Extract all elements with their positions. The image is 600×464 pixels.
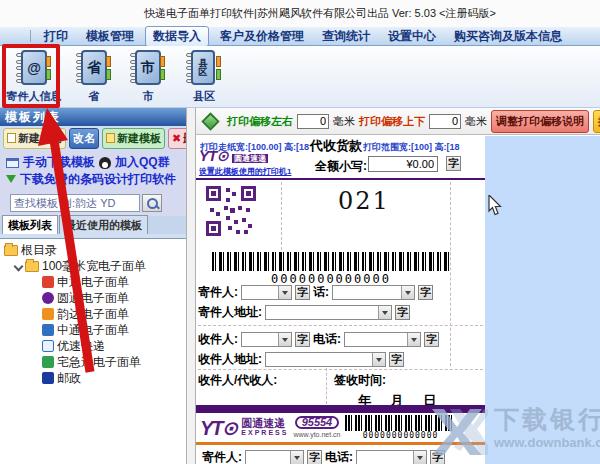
tab-template-list[interactable]: 模板列表: [2, 215, 58, 234]
sto-icon: [42, 276, 54, 288]
template-panel: 模板列表 新建类别 改名 新建模板 ✖删除 手动下载模板 加入QQ群 下载免费的…: [0, 108, 186, 464]
downbank-x-logo: [430, 405, 488, 457]
menu-item-data-import[interactable]: 数据导入: [145, 26, 209, 47]
dropdown-arrow-icon: [372, 353, 385, 366]
city-label: 市: [143, 89, 154, 104]
zone-code: 021: [338, 187, 390, 215]
panel-title: 模板列表: [0, 108, 186, 126]
tree-item-yto[interactable]: 圆通电子面单: [4, 290, 186, 306]
menu-item-purchase-info[interactable]: 购买咨询及版本信息: [447, 27, 569, 46]
diamond-icon: [201, 112, 219, 130]
tree-item-root[interactable]: 根目录: [4, 242, 186, 258]
char-button[interactable]: 字: [418, 285, 433, 300]
amount-input[interactable]: [368, 156, 438, 172]
new-template-button[interactable]: 新建模板: [102, 128, 165, 149]
expander-icon[interactable]: [14, 262, 22, 270]
sender-row: 寄件人: 字 话: 字: [198, 284, 433, 301]
province-book-icon: 省: [74, 49, 114, 87]
sender-combo[interactable]: [241, 285, 292, 300]
join-qq-link[interactable]: 加入QQ群: [115, 154, 170, 171]
tree-item-100mm[interactable]: 100毫米宽电子面单: [4, 258, 186, 274]
yunda-icon: [42, 308, 54, 320]
sender-phone-combo[interactable]: [332, 285, 415, 300]
yto-logo-icon: YT⊙: [200, 416, 236, 440]
dropdown-arrow-icon: [278, 333, 291, 346]
page-icon: [7, 133, 16, 143]
char-button[interactable]: 字: [424, 332, 439, 347]
adjust-offset-help-button[interactable]: 调整打印偏移说明: [491, 110, 589, 133]
purple-divider: [196, 178, 485, 180]
menu-item-settings[interactable]: 设置中心: [381, 27, 443, 46]
template-search-input[interactable]: [10, 194, 140, 212]
stub-sender-combo[interactable]: [245, 450, 304, 464]
tree-item-uc-express[interactable]: 优速快递: [4, 338, 186, 354]
dropdown-arrow-icon: [413, 451, 426, 464]
folder-icon: [4, 245, 18, 256]
menu-item-template-mgmt[interactable]: 模板管理: [79, 27, 141, 46]
new-category-button[interactable]: 新建类别: [3, 128, 66, 149]
receiver-row: 收件人: 字 电话: 字: [198, 331, 439, 348]
yto-logo-small: YT⊙ 圆通速递 设置此模板使用的打印机1: [199, 147, 291, 177]
receiver-combo[interactable]: [241, 332, 292, 347]
sender-addr-row: 寄件人地址: 字: [198, 304, 410, 321]
menu-item-print[interactable]: 打印: [37, 27, 75, 46]
district-book-icon: 县区: [184, 49, 224, 87]
delete-x-icon: ✖: [172, 132, 181, 145]
stub-sender-row: 寄件人: 字 电话: 字: [202, 449, 445, 464]
panel-button-row: 新建类别 改名 新建模板 ✖删除: [0, 126, 186, 150]
province-label: 省: [89, 89, 100, 104]
tree-item-yunda[interactable]: 韵达电子面单: [4, 306, 186, 322]
tree-item-zto[interactable]: 中通电子面单: [4, 322, 186, 338]
menu-item-query-stats[interactable]: 查询统计: [315, 27, 377, 46]
app-window: 快递电子面单打印软件|苏州飓风软件有限公司出品 Ver: 5.03 <注册码版>…: [0, 0, 600, 464]
tab-recent-templates[interactable]: 最近使用的模板: [59, 215, 148, 234]
amount-label: 全额小写:: [315, 158, 367, 175]
province-button[interactable]: 省 省: [72, 49, 116, 104]
stub-phone-combo[interactable]: [356, 450, 427, 464]
tree-item-zjs[interactable]: 宅急送电子面单: [4, 354, 186, 370]
char-button[interactable]: 字: [446, 156, 461, 171]
toolbar: @ 寄件人信息 省 省 市 市 县区: [0, 46, 600, 108]
qq-icon: [99, 157, 111, 169]
dropdown-arrow-icon: [290, 451, 303, 464]
char-button[interactable]: 字: [395, 305, 410, 320]
panel-splitter[interactable]: [186, 108, 196, 464]
district-button[interactable]: 县区 县区: [180, 49, 228, 104]
annotation-highlight-box: [2, 44, 60, 108]
download-arrow-icon: [6, 175, 16, 188]
manual-download-link[interactable]: 手动下载模板: [23, 154, 95, 171]
offset-ud-input[interactable]: [429, 114, 461, 129]
uc-express-icon: [42, 340, 54, 352]
dropdown-arrow-icon: [401, 286, 414, 299]
window-icon: [6, 158, 19, 168]
batch-paper-feed-button[interactable]: 批量打印走纸设置: [593, 110, 600, 133]
sender-addr-combo[interactable]: [265, 305, 392, 320]
menu-bar: 打印 模板管理 数据导入 客户及价格管理 查询统计 设置中心 购买咨询及版本信息: [0, 27, 600, 46]
folder-icon: [25, 261, 39, 272]
zjs-icon: [42, 356, 54, 368]
window-title: 快递电子面单打印软件|苏州飓风软件有限公司出品 Ver: 5.03 <注册码版>: [144, 6, 496, 21]
char-button[interactable]: 字: [295, 332, 310, 347]
title-bar: 快递电子面单打印软件|苏州飓风软件有限公司出品 Ver: 5.03 <注册码版>: [0, 0, 600, 27]
print-offset-bar: 打印偏移左右 毫米 打印偏移上下 毫米 调整打印偏移说明 批量打印走纸设置 保: [196, 108, 600, 135]
char-button[interactable]: 字: [307, 450, 322, 464]
yto-icon: [42, 292, 54, 304]
receiver-phone-combo[interactable]: [344, 332, 421, 347]
receiver-addr-row: 收件人地址: 字: [198, 351, 404, 368]
free-barcode-link[interactable]: 下载免费的条码设计打印软件: [20, 171, 176, 188]
char-button[interactable]: 字: [389, 352, 404, 367]
receiver-addr-combo[interactable]: [265, 352, 386, 367]
tree-item-sto[interactable]: 申通电子面单: [4, 274, 186, 290]
char-button[interactable]: 字: [295, 285, 310, 300]
search-icon[interactable]: [142, 194, 162, 212]
template-tree: 根目录 100毫米宽电子面单 申通电子面单 圆通电子面单 韵达电子面单: [0, 238, 186, 464]
city-button[interactable]: 市 市: [126, 49, 170, 104]
downbank-watermark: 下载银行 www.downbank.cn: [430, 405, 600, 457]
printer-setting-link[interactable]: 设置此模板使用的打印机1: [199, 166, 291, 177]
menu-item-customer-price[interactable]: 客户及价格管理: [213, 27, 311, 46]
panel-links: 手动下载模板 加入QQ群 下载免费的条码设计打印软件: [0, 150, 186, 190]
qr-code: [204, 184, 258, 238]
rename-button[interactable]: 改名: [69, 128, 99, 149]
offset-lr-input[interactable]: [297, 114, 329, 129]
tree-item-ems[interactable]: 邮政: [4, 370, 186, 386]
